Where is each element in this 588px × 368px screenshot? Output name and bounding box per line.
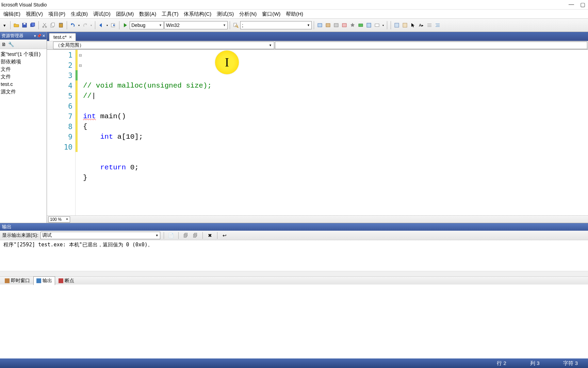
redo-dropdown-icon[interactable]: ▾ xyxy=(89,21,93,29)
undo-icon[interactable] xyxy=(69,21,77,29)
menu-item[interactable]: 数据(A) xyxy=(136,10,159,19)
app-title: licrosoft Visual Studio xyxy=(1,2,47,7)
toolbox-icon-6[interactable] xyxy=(357,21,364,29)
menu-item[interactable]: 编辑(E) xyxy=(1,10,23,19)
properties-icon[interactable]: 🗎 xyxy=(1,42,6,47)
menu-item[interactable]: 视图(V) xyxy=(23,10,46,19)
ext-icon-6[interactable] xyxy=(434,21,441,29)
svg-rect-3 xyxy=(31,23,35,26)
menu-item[interactable]: 测试(S) xyxy=(214,10,236,19)
sidebar-dropdown-icon[interactable]: ▾ xyxy=(34,34,36,38)
ext-icon-5[interactable] xyxy=(426,21,433,29)
menu-item[interactable]: 体系结构(C) xyxy=(181,10,214,19)
separator xyxy=(178,232,179,239)
tab-label: 断点 xyxy=(65,278,74,284)
menu-item[interactable]: 项目(P) xyxy=(46,10,68,19)
minimize-button[interactable]: — xyxy=(569,1,574,8)
close-tab-icon[interactable]: ✕ xyxy=(69,35,72,40)
config-dropdown[interactable]: Debug▼ xyxy=(130,21,164,29)
find-in-files-icon[interactable] xyxy=(232,21,240,29)
toolbox-icon-3[interactable] xyxy=(332,21,340,29)
output-panel: 输出 显示输出来源(S): 调试 ▼ 📄 🗐 🗐 ✖ ↩ 程序"[2592] t… xyxy=(0,223,588,276)
menu-item[interactable]: 生成(B) xyxy=(68,10,91,19)
code-editor[interactable]: 12345678910 ⊟⊟ I // void malloc(unsigned… xyxy=(47,50,588,215)
toolbox-icon-8[interactable] xyxy=(373,21,381,29)
chevron-down-icon: ▼ xyxy=(269,44,272,47)
output-title: 输出 xyxy=(2,224,12,230)
nav-dropdown-icon[interactable]: ▾ xyxy=(105,21,109,29)
menu-item[interactable]: 调试(D) xyxy=(91,10,113,19)
toolbox-icon-4[interactable] xyxy=(341,21,348,29)
code-content[interactable]: I // void malloc(unsigned size);//|int m… xyxy=(83,50,588,215)
menu-item[interactable]: 团队(M) xyxy=(113,10,137,19)
toolbox-icon-7[interactable] xyxy=(365,21,373,29)
output-icon-2[interactable]: 🗐 xyxy=(182,232,190,239)
output-scrollbar[interactable] xyxy=(0,271,588,276)
editor-tab[interactable]: test.c* ✕ xyxy=(49,33,76,41)
menu-item[interactable]: 帮助(H) xyxy=(283,10,306,19)
fold-gutter[interactable]: ⊟⊟ xyxy=(78,50,83,215)
cursor-icon[interactable] xyxy=(409,21,417,29)
start-debug-icon[interactable] xyxy=(121,21,129,29)
chevron-down-icon: ▼ xyxy=(159,24,162,27)
navigate-forward-icon[interactable] xyxy=(110,21,117,29)
solution-tree[interactable]: 案"test"(1 个项目)部依赖项文件文件 test.c源文件 xyxy=(0,49,47,223)
tab-strip: test.c* ✕ xyxy=(47,32,588,41)
redo-icon[interactable] xyxy=(81,21,89,29)
menu-item[interactable]: 窗口(W) xyxy=(259,10,283,19)
window-controls: — ▢ xyxy=(569,1,585,8)
ext-icon-1[interactable] xyxy=(393,21,401,29)
tree-item[interactable]: 文件 xyxy=(1,73,46,80)
bottom-tab[interactable]: 即时窗口 xyxy=(2,277,33,285)
toolbox-icon-1[interactable] xyxy=(316,21,324,29)
pin-icon[interactable]: 📌 xyxy=(37,34,42,38)
ext-icon-2[interactable] xyxy=(401,21,409,29)
toggle-wrap-icon[interactable]: ↩ xyxy=(221,232,228,239)
show-all-icon[interactable]: 🔧 xyxy=(8,42,14,47)
undo-dropdown-icon[interactable]: ▾ xyxy=(77,21,81,29)
save-icon[interactable] xyxy=(21,21,28,29)
close-icon[interactable]: ✕ xyxy=(42,34,45,38)
bottom-tab[interactable]: 输出 xyxy=(33,276,55,285)
dropdown-arrow-icon[interactable]: ▾ xyxy=(1,21,8,29)
tree-item[interactable]: 部依赖项 xyxy=(1,58,46,65)
paste-icon[interactable] xyxy=(57,21,65,29)
output-text[interactable]: 程序"[2592] test.exe: 本机"已退出，返回值为 0 (0x0)。 xyxy=(0,240,588,271)
ext-icon-4[interactable]: A▸ xyxy=(418,21,425,29)
member-dropdown[interactable] xyxy=(275,42,587,49)
zoom-dropdown[interactable]: 100 % ▼ xyxy=(48,216,70,223)
tree-item[interactable]: test.c xyxy=(1,80,46,88)
tab-icon xyxy=(36,278,41,283)
bottom-tab[interactable]: 断点 xyxy=(56,277,77,285)
copy-icon[interactable] xyxy=(49,21,56,29)
svg-rect-22 xyxy=(403,23,407,27)
scope-dropdown[interactable]: （全局范围） ▼ xyxy=(53,42,274,49)
output-icon-3[interactable]: 🗐 xyxy=(192,232,199,239)
open-folder-icon[interactable] xyxy=(13,21,20,29)
menu-item[interactable]: 工具(T) xyxy=(159,10,181,19)
tree-item[interactable]: 案"test"(1 个项目) xyxy=(1,50,46,58)
solution-toolbar: 🗎 🔧 xyxy=(0,40,47,49)
maximize-button[interactable]: ▢ xyxy=(580,1,585,8)
separator xyxy=(391,21,391,29)
find-input[interactable]: ;▼ xyxy=(240,21,312,29)
output-icon-1[interactable]: 📄 xyxy=(167,232,175,239)
save-all-icon[interactable] xyxy=(29,21,36,29)
tree-item[interactable]: 源文件 xyxy=(1,88,46,95)
separator xyxy=(164,232,164,239)
nav-dropdown2-icon[interactable]: ▾ xyxy=(381,21,385,29)
zoom-value: 100 % xyxy=(50,217,62,222)
menu-item[interactable]: 分析(N) xyxy=(236,10,259,19)
titlebar: licrosoft Visual Studio — ▢ xyxy=(0,0,588,9)
svg-rect-14 xyxy=(318,24,322,27)
clear-output-icon[interactable]: ✖ xyxy=(206,232,214,239)
separator xyxy=(387,21,387,29)
navigate-back-icon[interactable] xyxy=(97,21,105,29)
toolbox-icon-5[interactable] xyxy=(349,21,356,29)
toolbox-icon-2[interactable] xyxy=(324,21,332,29)
chevron-down-icon: ▼ xyxy=(156,234,159,237)
platform-dropdown[interactable]: Win32▼ xyxy=(164,21,228,29)
cut-icon[interactable] xyxy=(41,21,48,29)
tree-item[interactable]: 文件 xyxy=(1,65,46,73)
output-source-dropdown[interactable]: 调试 ▼ xyxy=(40,232,160,239)
